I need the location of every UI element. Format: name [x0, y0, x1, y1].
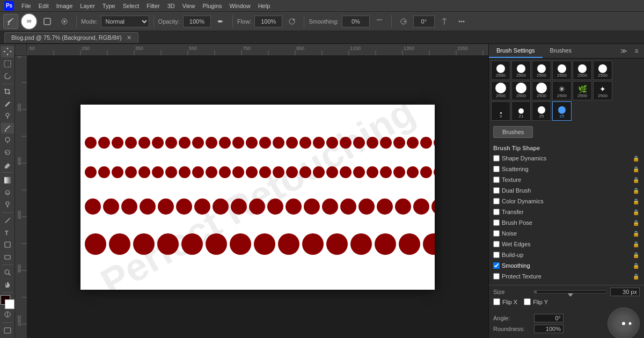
menu-plugins[interactable]: Plugins — [199, 2, 225, 10]
app-logo[interactable]: Ps — [4, 1, 14, 11]
menu-layer[interactable]: Layer — [77, 2, 98, 10]
menu-edit[interactable]: Edit — [35, 2, 52, 10]
quick-mask-btn[interactable] — [1, 309, 14, 320]
brush-thumb-7[interactable]: 2500 — [491, 81, 510, 100]
brush-thumb-3[interactable]: 2500 — [532, 61, 551, 80]
dodge-tool[interactable] — [1, 199, 14, 210]
photoshop-canvas[interactable]: Perfect Retouching — [80, 105, 435, 290]
shape-dynamics-lock[interactable]: 🔒 — [632, 155, 640, 162]
menu-file[interactable]: File — [18, 2, 34, 10]
mode-select[interactable]: Normal Multiply Screen — [101, 16, 149, 27]
flip-x-checkbox[interactable] — [493, 298, 500, 305]
brush-thumb-16-selected[interactable]: 25 — [552, 101, 572, 121]
opacity-pen-btn[interactable]: ✒ — [213, 14, 228, 29]
symmetry-btn[interactable] — [437, 14, 452, 29]
texture-lock[interactable]: 🔒 — [632, 176, 640, 183]
wet-edges-checkbox[interactable] — [493, 241, 500, 247]
flow-input[interactable] — [254, 16, 282, 27]
shape-tool[interactable] — [1, 251, 14, 262]
menu-type[interactable]: Type — [99, 2, 119, 10]
hand-tool[interactable] — [1, 279, 14, 290]
brush-tool[interactable] — [1, 123, 14, 134]
protect-texture-lock[interactable]: 🔒 — [632, 273, 640, 280]
build-up-checkbox[interactable] — [493, 252, 500, 258]
brush-thumb-2[interactable]: 2500 — [511, 61, 531, 80]
document-tab[interactable]: Blog.psd @ 75.7% (Background, RGB/8#) ✕ — [4, 32, 138, 43]
noise-checkbox[interactable] — [493, 230, 500, 237]
brush-toggle-btn[interactable] — [40, 14, 55, 29]
dual-brush-checkbox[interactable] — [493, 187, 500, 194]
text-tool[interactable]: T — [1, 227, 14, 238]
smoothing-checkbox[interactable] — [493, 262, 500, 269]
brush-pose-checkbox[interactable] — [493, 219, 500, 226]
brush-pose-lock[interactable]: 🔒 — [632, 219, 640, 226]
panel-tab-brushes[interactable]: Brushes — [543, 44, 579, 58]
angle-value[interactable]: 0° — [534, 314, 564, 322]
screen-mode-btn[interactable] — [1, 325, 14, 336]
wet-edges-lock[interactable]: 🔒 — [632, 240, 640, 248]
zoom-tool[interactable] — [1, 267, 14, 278]
panel-expand-btn[interactable]: ≫ — [618, 46, 629, 56]
pen-tool[interactable] — [1, 215, 14, 226]
history-brush-tool[interactable] — [1, 147, 14, 158]
smoothing-input[interactable] — [342, 16, 370, 27]
canvas-area[interactable]: Perfect Retouching — [27, 56, 488, 338]
brush-thumb-11[interactable]: 🌿 2500 — [573, 81, 592, 100]
color-dynamics-checkbox[interactable] — [493, 198, 500, 204]
menu-select[interactable]: Select — [120, 2, 143, 10]
shape-dynamics-checkbox[interactable] — [493, 155, 500, 161]
menu-help[interactable]: Help — [255, 2, 274, 10]
brush-thumb-4[interactable]: 2500 — [552, 61, 572, 80]
eyedropper-tool[interactable] — [1, 98, 14, 109]
panel-menu-btn[interactable]: ≡ — [631, 46, 642, 56]
dual-brush-lock[interactable]: 🔒 — [632, 187, 640, 194]
brush-thumb-6[interactable]: 2500 — [593, 61, 612, 80]
eraser-tool[interactable] — [1, 159, 14, 170]
airbrush-toggle[interactable] — [57, 14, 72, 29]
menu-view[interactable]: View — [179, 2, 199, 10]
angle-btn[interactable] — [396, 14, 411, 29]
airbrush-btn[interactable] — [284, 14, 299, 29]
angle-wheel[interactable] — [608, 307, 640, 338]
scattering-lock[interactable]: 🔒 — [632, 165, 640, 173]
brush-thumb-12[interactable]: ✦ 2500 — [593, 81, 612, 100]
clone-stamp-tool[interactable] — [1, 135, 14, 146]
size-value[interactable]: 30 px — [610, 288, 640, 296]
path-select-tool[interactable] — [1, 239, 14, 251]
menu-3d[interactable]: 3D — [164, 2, 178, 10]
menu-filter[interactable]: Filter — [143, 2, 163, 10]
roundness-value[interactable]: 100% — [534, 325, 564, 333]
opacity-input[interactable] — [183, 16, 211, 27]
brush-thumb-8[interactable]: 2500 — [511, 81, 531, 100]
angle-input[interactable] — [413, 16, 435, 27]
brush-thumb-15[interactable]: 25 — [532, 101, 551, 121]
tab-close-btn[interactable]: ✕ — [127, 34, 131, 41]
roundness-handle[interactable] — [628, 322, 631, 325]
smoothing-lock[interactable]: 🔒 — [632, 262, 640, 269]
brush-preview-btn[interactable]: 30 — [20, 13, 38, 30]
brush-thumb-5[interactable]: 2500 — [573, 61, 592, 80]
brush-thumb-13[interactable]: 3 — [491, 101, 510, 121]
build-up-lock[interactable]: 🔒 — [632, 251, 640, 259]
brush-tool-btn[interactable] — [3, 14, 18, 29]
move-tool[interactable] — [1, 46, 14, 57]
panel-tab-brush-settings[interactable]: Brush Settings — [489, 44, 543, 58]
gradient-tool[interactable] — [1, 175, 14, 186]
protect-texture-checkbox[interactable] — [493, 273, 500, 280]
lasso-tool[interactable] — [1, 70, 14, 82]
transfer-lock[interactable]: 🔒 — [632, 208, 640, 216]
smoothing-options-btn[interactable] — [372, 14, 387, 29]
blur-tool[interactable] — [1, 187, 14, 198]
select-tool[interactable] — [1, 58, 14, 70]
background-color[interactable] — [5, 299, 14, 309]
noise-lock[interactable]: 🔒 — [632, 230, 640, 237]
flip-y-checkbox[interactable] — [524, 298, 531, 305]
brush-thumb-1[interactable]: 2500 — [491, 61, 510, 80]
spot-heal-tool[interactable] — [1, 111, 14, 122]
brushes-button[interactable]: Brushes — [493, 126, 533, 138]
color-dynamics-lock[interactable]: 🔒 — [632, 197, 640, 205]
extra-options-btn[interactable] — [454, 14, 469, 29]
crop-tool[interactable] — [1, 86, 14, 98]
scattering-checkbox[interactable] — [493, 166, 500, 172]
menu-image[interactable]: Image — [53, 2, 76, 10]
